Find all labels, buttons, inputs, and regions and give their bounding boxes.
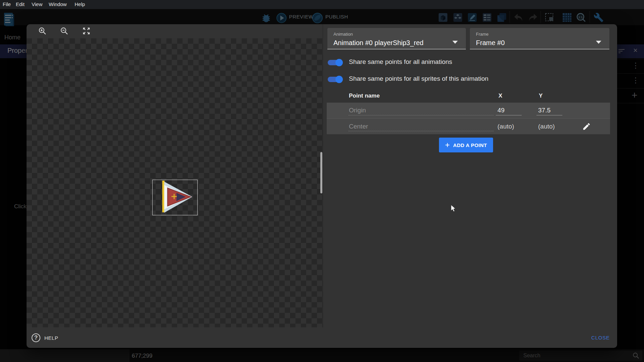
animation-select[interactable]: Animation Animation #0 playerShip3_red xyxy=(327,28,466,49)
column-header-y: Y xyxy=(539,93,542,99)
zoom-out-icon[interactable] xyxy=(60,27,69,35)
ship-yellow-stripe xyxy=(162,181,165,212)
add-a-point-button[interactable]: + ADD A POINT xyxy=(439,138,493,152)
table-row-origin: Origin 49 37.5 xyxy=(327,103,610,118)
menu-bar: File Edit View Window Help xyxy=(0,0,644,9)
share-points-all-animations-toggle[interactable] xyxy=(328,60,341,65)
help-label: HELP xyxy=(44,335,58,341)
frame-select-value: Frame #0 xyxy=(476,39,609,47)
help-button[interactable]: ? HELP xyxy=(32,331,85,344)
canvas-scrollbar[interactable] xyxy=(320,152,322,193)
app-window: File Edit View Window Help PREVIEW PUBL xyxy=(0,0,644,362)
animation-select-label: Animation xyxy=(333,32,466,37)
menu-help[interactable]: Help xyxy=(75,1,85,7)
add-a-point-label: ADD A POINT xyxy=(453,142,487,148)
column-header-x: X xyxy=(498,93,502,99)
toggle-label: Share same points for all animations xyxy=(349,58,452,66)
share-points-all-sprites-toggle[interactable] xyxy=(328,77,341,82)
mouse-cursor xyxy=(451,205,456,213)
chevron-down-icon xyxy=(452,41,458,44)
panel-divider xyxy=(323,24,323,327)
help-icon: ? xyxy=(32,333,40,342)
point-y-field[interactable]: 37.5 xyxy=(538,107,551,114)
table-row-center: Center (auto) (auto) xyxy=(327,118,610,134)
toggle-label: Share same points for all sprites of thi… xyxy=(349,75,488,82)
sprite-bounding-box[interactable] xyxy=(152,180,198,215)
animation-select-value: Animation #0 playerShip3_red xyxy=(333,39,466,47)
frame-select-label: Frame xyxy=(476,32,609,37)
player-ship-sprite xyxy=(153,180,197,215)
menu-edit[interactable]: Edit xyxy=(16,1,25,7)
zoom-in-icon[interactable] xyxy=(38,27,47,35)
point-x-field[interactable]: (auto) xyxy=(497,123,514,130)
plus-icon: + xyxy=(445,141,450,149)
point-name-field[interactable]: Center xyxy=(349,123,368,130)
edit-point-icon[interactable] xyxy=(582,122,591,131)
frame-select[interactable]: Frame Frame #0 xyxy=(470,28,609,49)
point-y-field[interactable]: (auto) xyxy=(538,123,555,130)
fit-to-screen-icon[interactable] xyxy=(82,27,91,35)
sprite-canvas[interactable] xyxy=(27,38,323,327)
point-x-field[interactable]: 49 xyxy=(497,107,505,114)
field-underline xyxy=(496,115,522,115)
menu-file[interactable]: File xyxy=(3,1,11,7)
column-header-name: Point name xyxy=(349,93,380,99)
field-underline xyxy=(349,115,494,115)
menu-window[interactable]: Window xyxy=(49,1,67,7)
field-underline xyxy=(536,115,562,115)
menu-view[interactable]: View xyxy=(32,1,42,7)
edit-points-dialog: Animation Animation #0 playerShip3_red F… xyxy=(27,24,617,348)
point-name-field[interactable]: Origin xyxy=(349,107,366,114)
close-button[interactable]: CLOSE xyxy=(588,332,613,343)
field-underline xyxy=(349,131,494,131)
chevron-down-icon xyxy=(596,41,601,44)
